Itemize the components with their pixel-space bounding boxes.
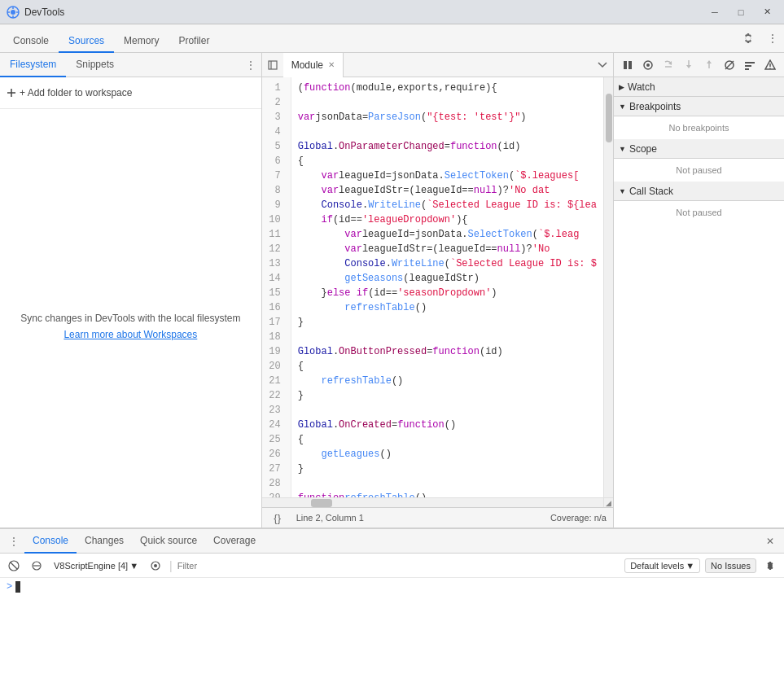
tab-profiler[interactable]: Profiler: [169, 30, 219, 53]
code-area: 1 2 3 4 5 6 7 8 9 10 11 12 13 14 15 16 1…: [262, 77, 613, 497]
console-tab-coverage[interactable]: Coverage: [205, 529, 264, 554]
callstack-section-header[interactable]: ▼ Call Stack: [614, 182, 784, 201]
code-line-12: var leagueIdStr = (leagueId == null ) ? …: [298, 242, 597, 256]
breakpoints-arrow-icon: ▼: [619, 103, 626, 111]
more-debug-options-icon[interactable]: [740, 55, 759, 75]
main-tabs-bar: Console Sources Memory Profiler ⋮: [0, 24, 784, 53]
tab-sources[interactable]: Sources: [59, 30, 114, 53]
vertical-scrollbar[interactable]: [603, 77, 613, 497]
add-folder-button[interactable]: + Add folder to workspace: [7, 82, 255, 103]
code-editor[interactable]: (function (module, exports, require) { v…: [291, 77, 603, 497]
svg-marker-17: [686, 65, 691, 68]
stop-logging-button[interactable]: [28, 557, 46, 575]
clear-console-button[interactable]: [5, 557, 23, 575]
editor-tabs-bar: Module ✕: [262, 53, 613, 77]
script-engine-selector[interactable]: V8ScriptEngine [4] ▼: [50, 559, 142, 572]
console-cursor: [15, 581, 20, 593]
code-line-5: Global.OnParameterChanged = function (id…: [298, 139, 597, 154]
svg-rect-10: [624, 61, 627, 69]
scroll-thumb[interactable]: [606, 94, 612, 142]
console-tab-changes[interactable]: Changes: [77, 529, 132, 554]
close-button[interactable]: ✕: [756, 2, 777, 23]
code-line-4: [298, 125, 597, 139]
add-folder-label: + Add folder to workspace: [20, 87, 132, 98]
maximize-button[interactable]: □: [730, 2, 751, 23]
console-prompt-line[interactable]: >: [7, 581, 777, 593]
no-issues-button[interactable]: No Issues: [705, 558, 756, 573]
code-line-8: var leagueIdStr = (leagueId == null ) ? …: [298, 183, 597, 198]
console-panel: ⋮ Console Changes Quick source Coverage …: [0, 527, 784, 674]
tab-console[interactable]: Console: [3, 30, 59, 53]
console-close-icon[interactable]: ✕: [760, 531, 781, 552]
left-tab-snippets[interactable]: Snippets: [66, 53, 124, 77]
sources-panel: Filesystem Snippets ⋮ + Add folder to wo…: [0, 53, 784, 527]
app-title: DevTools: [24, 7, 64, 18]
console-filter-input[interactable]: [177, 561, 620, 571]
editor-status-bar: {} Line 2, Column 1 Coverage: n/a: [262, 507, 613, 527]
learn-workspaces-link[interactable]: Learn more about Workspaces: [64, 329, 197, 340]
log-levels-selector[interactable]: Default levels ▼: [624, 558, 700, 573]
more-options-icon[interactable]: ⋮: [761, 24, 784, 52]
callstack-section-label: Call Stack: [629, 186, 673, 197]
console-output-area[interactable]: >: [0, 578, 784, 674]
tab-memory[interactable]: Memory: [114, 30, 169, 53]
code-line-1: (function (module, exports, require) {: [298, 81, 597, 95]
engine-label: V8ScriptEngine [4]: [54, 561, 128, 571]
code-line-14: getSeasons(leagueIdStr): [298, 271, 597, 286]
left-tab-filesystem[interactable]: Filesystem: [0, 53, 66, 77]
callstack-section-content: Not paused: [614, 201, 784, 224]
code-line-10: if (id == 'leagueDropdown') {: [298, 212, 597, 227]
code-line-21: refreshTable(): [298, 374, 597, 388]
deactivate-breakpoints-button[interactable]: [720, 55, 738, 75]
titlebar: DevTools ─ □ ✕: [0, 0, 784, 24]
inspect-element-button[interactable]: [147, 557, 164, 575]
editor-panel: Module ✕ 1 2 3 4 5 6 7 8 9 10 11 12 13: [262, 53, 613, 527]
breakpoints-section-header[interactable]: ▼ Breakpoints: [614, 97, 784, 116]
left-tabs-bar: Filesystem Snippets ⋮: [0, 53, 261, 77]
step-out-button[interactable]: [700, 55, 719, 75]
code-line-29: function refreshTable(): [298, 491, 597, 497]
close-tab-icon[interactable]: ✕: [328, 60, 335, 69]
editor-more-icon[interactable]: [592, 55, 613, 76]
levels-dropdown-icon: ▼: [685, 561, 694, 571]
format-brackets-button[interactable]: {}: [269, 509, 287, 527]
code-line-7: var leagueId = jsonData.SelectToken(`$.l…: [298, 168, 597, 183]
pause-on-exceptions-button[interactable]: [760, 55, 779, 75]
breakpoints-section-label: Breakpoints: [629, 101, 681, 112]
svg-rect-11: [629, 61, 632, 69]
editor-tab-label: Module: [291, 59, 323, 71]
cursor-position: Line 2, Column 1: [296, 513, 364, 523]
watch-section-header[interactable]: ▶ Watch: [614, 77, 784, 97]
no-issues-label: No Issues: [711, 561, 751, 571]
scroll-corner: ◢: [603, 498, 613, 508]
minimize-button[interactable]: ─: [704, 2, 725, 23]
code-line-9: Console.WriteLine(`Selected League ID is…: [298, 198, 597, 212]
console-tab-console[interactable]: Console: [24, 529, 77, 554]
code-line-22: }: [298, 388, 597, 403]
console-tab-menu-icon[interactable]: ⋮: [3, 531, 24, 552]
code-line-16: refreshTable(): [298, 300, 597, 315]
scope-section-header[interactable]: ▼ Scope: [614, 139, 784, 159]
step-into-button[interactable]: [680, 55, 699, 75]
breakpoints-section-content: No breakpoints: [614, 116, 784, 139]
console-tab-quicksource[interactable]: Quick source: [132, 529, 205, 554]
record-button[interactable]: [639, 55, 658, 75]
svg-rect-24: [745, 68, 749, 70]
pause-resume-button[interactable]: [619, 55, 637, 75]
code-line-20: {: [298, 359, 597, 374]
hscroll-thumb[interactable]: [311, 499, 332, 507]
horizontal-scrollbar[interactable]: ◢: [262, 497, 613, 507]
code-line-11: var leagueId = jsonData.SelectToken(`$.l…: [298, 227, 597, 242]
step-over-button[interactable]: [659, 55, 678, 75]
editor-tab-module[interactable]: Module ✕: [283, 53, 344, 77]
svg-point-27: [769, 68, 771, 69]
line-numbers: 1 2 3 4 5 6 7 8 9 10 11 12 13 14 15 16 1…: [262, 77, 291, 497]
left-tabs-more-icon[interactable]: ⋮: [240, 55, 261, 76]
settings-icon[interactable]: [735, 24, 761, 52]
console-settings-icon[interactable]: [761, 557, 779, 575]
svg-point-33: [154, 564, 157, 567]
debugger-toolbar: [614, 53, 784, 77]
editor-expand-icon[interactable]: [262, 55, 283, 76]
scope-section-label: Scope: [629, 143, 657, 155]
code-line-15: } else if (id == 'seasonDropdown'): [298, 286, 597, 300]
